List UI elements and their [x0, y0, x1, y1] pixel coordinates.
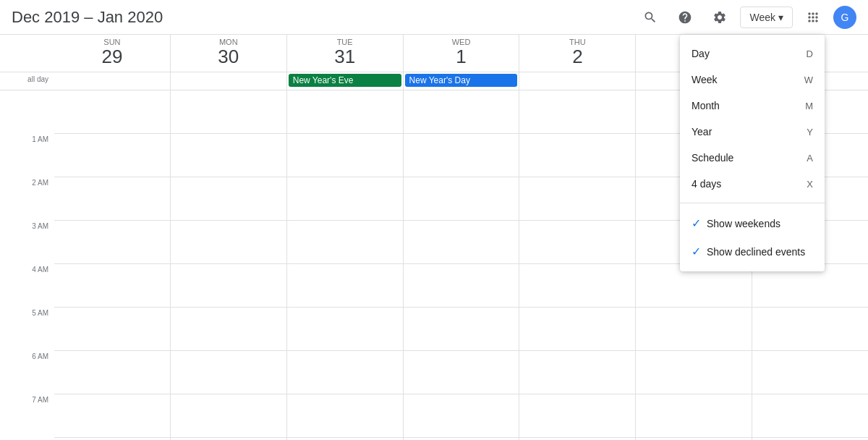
menu-item-schedule[interactable]: Schedule A: [680, 145, 825, 171]
hour-cell-sat-7[interactable]: [752, 394, 868, 438]
hour-cell-sat-6[interactable]: [752, 351, 868, 394]
menu-item-shortcut: A: [807, 153, 813, 164]
allday-time-spacer: all day: [0, 72, 54, 90]
menu-item-day[interactable]: Day D: [680, 41, 825, 67]
hour-cell-tue-7[interactable]: [287, 394, 403, 438]
allday-col-thu: [519, 72, 635, 90]
help-button[interactable]: [671, 3, 699, 32]
hour-cell-tue-4[interactable]: [287, 264, 403, 308]
allday-col-wed: New Year's Day: [403, 72, 519, 90]
day-num-thu: 2: [519, 46, 635, 67]
menu-item-shortcut: Y: [807, 127, 813, 138]
day-col-tue: [286, 90, 403, 440]
menu-item-label: 4 days: [692, 178, 721, 190]
time-label-2am: 2 AM: [0, 177, 54, 221]
hour-cell-sun-7[interactable]: [54, 394, 170, 438]
hour-cell-wed-0[interactable]: [404, 90, 519, 134]
hour-cell-sun-2[interactable]: [54, 177, 170, 221]
hour-cell-sun-4[interactable]: [54, 264, 170, 308]
menu-item-shortcut: X: [807, 179, 813, 190]
hour-cell-thu-3[interactable]: [519, 221, 635, 264]
hour-cell-mon-4[interactable]: [171, 264, 286, 308]
hour-cell-sun-6[interactable]: [54, 351, 170, 394]
menu-item-year[interactable]: Year Y: [680, 119, 825, 145]
allday-event-new-year's-day[interactable]: New Year's Day: [405, 74, 518, 87]
hour-cell-tue-8[interactable]: [287, 438, 403, 440]
hour-cell-sun-3[interactable]: [54, 221, 170, 264]
menu-item-label: Week: [692, 74, 718, 85]
time-label-5am: 5 AM: [0, 308, 54, 351]
hour-cell-mon-1[interactable]: [171, 134, 286, 177]
hour-cell-sun-0[interactable]: [54, 90, 170, 134]
header-right: Week ▾ G: [636, 3, 856, 32]
menu-item-shortcut: M: [805, 101, 813, 111]
hour-cell-fri-6[interactable]: [636, 351, 752, 394]
hour-cell-wed-1[interactable]: [404, 134, 519, 177]
hour-cell-sun-5[interactable]: [54, 308, 170, 351]
day-num-mon: 30: [171, 46, 286, 67]
hour-cell-mon-2[interactable]: [171, 177, 286, 221]
hour-cell-mon-6[interactable]: [171, 351, 286, 394]
hour-cell-fri-5[interactable]: [636, 308, 752, 351]
hour-cell-mon-3[interactable]: [171, 221, 286, 264]
day-header-wed[interactable]: WED 1: [403, 35, 519, 72]
hour-cell-wed-3[interactable]: [404, 221, 519, 264]
hour-cell-tue-3[interactable]: [287, 221, 403, 264]
hour-cell-fri-8[interactable]: [636, 438, 752, 440]
hour-cell-tue-2[interactable]: [287, 177, 403, 221]
hour-cell-sat-5[interactable]: [752, 308, 868, 351]
header-left: Dec 2019 – Jan 2020: [12, 8, 163, 27]
day-num-wed: 1: [404, 46, 519, 67]
hour-cell-thu-7[interactable]: [519, 394, 635, 438]
allday-event-new-year's-eve[interactable]: New Year's Eve: [289, 74, 401, 87]
app-header: Dec 2019 – Jan 2020 Week ▾ G: [0, 0, 868, 35]
checkbox-with-check: ✓ Show weekends: [692, 216, 780, 230]
day-header-thu[interactable]: THU 2: [519, 35, 635, 72]
hour-cell-mon-0[interactable]: [171, 90, 286, 134]
hour-cell-wed-2[interactable]: [404, 177, 519, 221]
hour-cell-tue-0[interactable]: [287, 90, 403, 134]
hour-cell-mon-5[interactable]: [171, 308, 286, 351]
view-selector-button[interactable]: Week ▾: [740, 7, 793, 28]
hour-cell-tue-1[interactable]: [287, 134, 403, 177]
menu-item-month[interactable]: Month M: [680, 93, 825, 119]
hour-cell-tue-5[interactable]: [287, 308, 403, 351]
hour-cell-thu-8[interactable]: [519, 438, 635, 440]
hour-cell-wed-8[interactable]: [404, 438, 519, 440]
menu-item-label: Month: [692, 100, 720, 111]
menu-divider: [680, 203, 825, 203]
day-num-tue: 31: [287, 46, 403, 67]
apps-button[interactable]: [799, 3, 827, 32]
hour-cell-thu-5[interactable]: [519, 308, 635, 351]
hour-cell-thu-0[interactable]: [519, 90, 635, 134]
hour-cell-mon-8[interactable]: [171, 438, 286, 440]
hour-cell-tue-6[interactable]: [287, 351, 403, 394]
hour-cell-wed-7[interactable]: [404, 394, 519, 438]
avatar[interactable]: G: [833, 6, 856, 29]
hour-cell-wed-4[interactable]: [404, 264, 519, 308]
hour-cell-sat-8[interactable]: [752, 438, 868, 440]
menu-item-shortcut: W: [804, 75, 813, 85]
hour-cell-thu-1[interactable]: [519, 134, 635, 177]
hour-cell-sun-8[interactable]: [54, 438, 170, 440]
hour-cell-fri-7[interactable]: [636, 394, 752, 438]
day-header-mon[interactable]: MON 30: [170, 35, 286, 72]
menu-item-week[interactable]: Week W: [680, 67, 825, 93]
hour-cell-thu-4[interactable]: [519, 264, 635, 308]
day-header-tue[interactable]: TUE 31: [286, 35, 403, 72]
hour-cell-wed-5[interactable]: [404, 308, 519, 351]
hour-cell-wed-6[interactable]: [404, 351, 519, 394]
search-button[interactable]: [636, 3, 665, 32]
hour-cell-thu-2[interactable]: [519, 177, 635, 221]
menu-item-4-days[interactable]: 4 days X: [680, 171, 825, 197]
time-label-7am: 7 AM: [0, 394, 54, 438]
settings-button[interactable]: [705, 3, 734, 32]
hour-cell-sun-1[interactable]: [54, 134, 170, 177]
day-num-sun: 29: [54, 46, 170, 67]
hour-cell-mon-7[interactable]: [171, 394, 286, 438]
menu-checkbox-show-weekends[interactable]: ✓ Show weekends: [680, 209, 825, 237]
day-header-sun[interactable]: SUN 29: [54, 35, 170, 72]
hour-cell-thu-6[interactable]: [519, 351, 635, 394]
menu-checkbox-show-declined-events[interactable]: ✓ Show declined events: [680, 237, 825, 266]
time-label-8am: 8 AM: [0, 438, 54, 440]
